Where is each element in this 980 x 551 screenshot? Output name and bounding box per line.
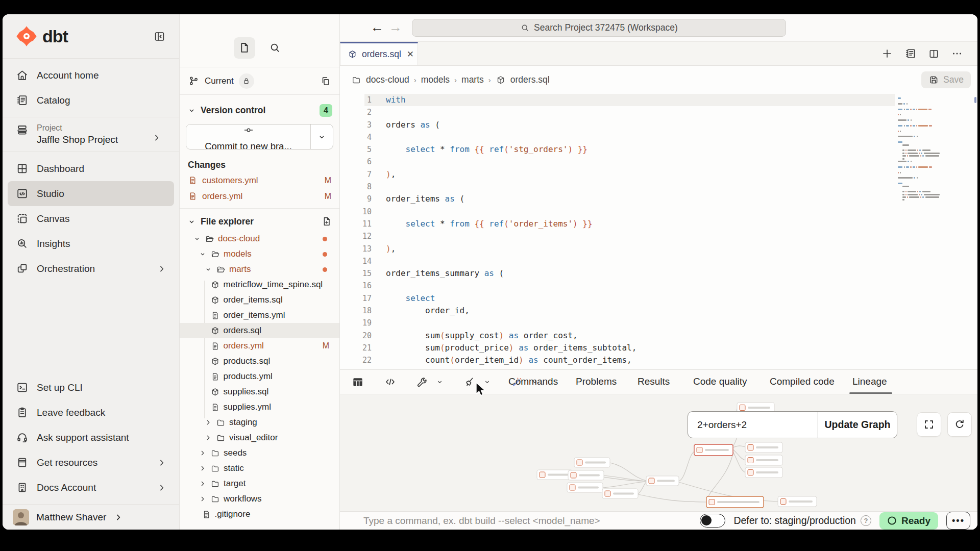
version-control-header[interactable]: Version control 4 [180,100,339,121]
lineage-node[interactable] [567,483,603,492]
code-line-15[interactable]: 15order_items_summary as ( [340,267,977,280]
lineage-node[interactable] [778,496,817,507]
code-line-22[interactable]: 22 count(order_item_id) as count_order_i… [340,354,977,366]
split-editor-icon[interactable] [928,48,940,60]
lineage-node[interactable] [706,496,764,508]
code-line-3[interactable]: 3orders as ( [340,119,977,131]
tree-item-staging[interactable]: staging [180,415,339,430]
sidebar-item-get-resources[interactable]: Get resources [8,450,174,475]
code-line-17[interactable]: 17 select [340,292,977,305]
file-explorer-view-button[interactable] [234,37,255,59]
tree-item-docs-cloud[interactable]: docs-cloud [180,231,339,246]
catalog-panel-icon[interactable] [904,47,917,60]
build-tools-icon[interactable] [416,376,428,388]
lineage-node[interactable] [745,442,782,453]
panel-tab-compiled-code[interactable]: Compiled code [770,376,835,387]
tree-item-seeds[interactable]: seeds [180,445,339,461]
fullscreen-button[interactable] [917,412,941,437]
search-view-button[interactable] [264,37,286,59]
breadcrumb-item[interactable]: orders.sql [510,74,550,85]
tree-item-target[interactable]: target [180,476,339,491]
sidebar-item-canvas[interactable]: Canvas [8,206,174,231]
code-line-11[interactable]: 11 select * from {{ ref('order_items') }… [340,218,977,230]
save-button[interactable]: Save [921,71,971,88]
tree-item-supplies-yml[interactable]: supplies.yml [180,399,339,415]
new-tab-icon[interactable] [881,47,893,60]
lineage-node[interactable] [745,455,782,465]
update-graph-button[interactable]: Update Graph [818,412,897,438]
lineage-node[interactable] [694,444,733,456]
forward-button[interactable]: → [389,19,402,35]
panel-tab-commands[interactable]: Commands [508,376,558,387]
code-line-16[interactable]: 16 [340,280,977,292]
sidebar-item-leave-feedback[interactable]: Leave feedback [8,400,174,425]
format-broom-icon[interactable] [463,376,476,388]
refresh-graph-button[interactable] [947,412,972,437]
lineage-node[interactable] [646,476,679,486]
help-icon[interactable]: ? [861,515,871,526]
sidebar-item-orchestration[interactable]: Orchestration [8,256,174,281]
defer-toggle[interactable] [700,514,725,528]
tree-item-products-sql[interactable]: products.sql [180,354,339,369]
code-line-7[interactable]: 7), [340,168,977,181]
sidebar-item-studio[interactable]: Studio [8,181,174,206]
commit-button[interactable]: Commit to new bra... [186,124,333,149]
panel-tab-code-quality[interactable]: Code quality [693,376,747,387]
lineage-selector-input[interactable]: 2+orders+2 [688,412,818,438]
tree-item-supplies-sql[interactable]: supplies.sql [180,384,339,399]
lineage-node[interactable] [574,458,610,467]
results-table-icon[interactable] [351,375,364,389]
tree-item-orders-sql[interactable]: orders.sql [180,323,339,338]
sidebar-item-ask-support-assistant[interactable]: Ask support assistant [8,425,174,450]
command-input[interactable]: Type a command, ex. dbt build --select <… [363,515,600,527]
code-line-5[interactable]: 5 select * from {{ ref('stg_orders') }} [340,143,977,156]
project-search-input[interactable]: Search Project 372475 (Workspace) [412,19,786,37]
code-line-20[interactable]: 20 sum(supply_cost) as order_cost, [340,330,977,342]
code-line-10[interactable]: 10 [340,206,977,218]
copy-icon[interactable] [320,76,331,87]
code-line-1[interactable]: 1with [340,94,977,106]
code-line-2[interactable]: 2 [340,106,977,118]
tree-item-order-items-yml[interactable]: order_items.yml [180,308,339,323]
sidebar-item-project[interactable]: Project Jaffle Shop Project [8,120,174,148]
code-line-6[interactable]: 6 [340,156,977,168]
tree-item-metricflow-time-spine-sql[interactable]: metricflow_time_spine.sql [180,277,339,292]
tree-item-orders-yml[interactable]: orders.ymlM [180,338,339,354]
sidebar-item-catalog[interactable]: Catalog [8,88,174,113]
tab-orders-sql[interactable]: orders.sql ✕ [340,42,418,65]
changed-file-orders-yml[interactable]: orders.ymlM [180,188,339,204]
sidebar-item-set-up-cli[interactable]: Set up CLI [8,375,174,400]
close-tab-icon[interactable]: ✕ [407,49,414,60]
code-line-13[interactable]: 13), [340,243,977,255]
panel-tab-lineage[interactable]: Lineage [852,376,887,387]
lineage-node[interactable] [745,467,782,478]
tree-item--gitignore[interactable]: .gitignore [180,507,339,522]
breadcrumb-item[interactable]: models [421,74,450,85]
editor-scrollbar[interactable] [974,97,976,103]
user-menu[interactable]: Matthew Shaver [3,504,179,530]
code-line-4[interactable]: 4 [340,131,977,143]
back-button[interactable]: ← [371,19,384,35]
code-line-18[interactable]: 18 order_id, [340,305,977,317]
more-actions-button[interactable]: ••• [946,512,970,530]
tree-item-marts[interactable]: marts [180,262,339,277]
commit-options-dropdown[interactable] [310,124,333,149]
code-line-21[interactable]: 21 sum(product_price) as order_items_sub… [340,342,977,354]
tree-item-static[interactable]: static [180,461,339,476]
tree-item-workflows[interactable]: workflows [180,491,339,507]
code-preview-icon[interactable] [384,375,397,388]
collapse-sidebar-icon[interactable] [153,30,166,43]
changed-file-customers-yml[interactable]: customers.ymlM [180,172,339,188]
code-line-12[interactable]: 12 [340,230,977,242]
sidebar-item-dashboard[interactable]: Dashboard [8,156,174,181]
breadcrumb-item[interactable]: docs-cloud [366,74,409,85]
panel-tab-problems[interactable]: Problems [576,376,617,387]
panel-tab-results[interactable]: Results [638,376,670,387]
chevron-down-icon[interactable] [483,378,492,386]
code-line-19[interactable]: 19 [340,317,977,329]
file-explorer-header[interactable]: File explorer [180,212,339,231]
breadcrumb-item[interactable]: marts [461,74,484,85]
tree-item-order-items-sql[interactable]: order_items.sql [180,292,339,308]
sidebar-item-insights[interactable]: Insights [8,231,174,256]
lineage-node[interactable] [602,489,638,498]
